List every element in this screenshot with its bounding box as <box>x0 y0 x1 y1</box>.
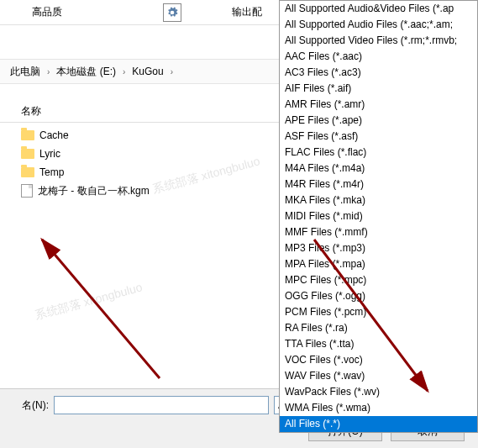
filter-option[interactable]: All Supported Audio&Video Files (*.ap <box>280 1 477 17</box>
filter-option[interactable]: AMR Files (*.amr) <box>280 97 477 113</box>
chevron-right-icon: › <box>123 67 125 76</box>
breadcrumb-item[interactable]: 此电脑 <box>7 63 44 81</box>
filter-dropdown[interactable]: All Supported Audio&Video Files (*.apAll… <box>279 0 478 433</box>
filter-option[interactable]: ASF Files (*.asf) <box>280 129 477 145</box>
filter-option[interactable]: All Files (*.*) <box>280 416 477 432</box>
breadcrumb-item[interactable]: 本地磁盘 (E:) <box>53 63 119 81</box>
filter-option[interactable]: M4A Files (*.m4a) <box>280 161 477 177</box>
filter-option[interactable]: RA Files (*.ra) <box>280 320 477 336</box>
filter-option[interactable]: MPC Files (*.mpc) <box>280 272 477 288</box>
filter-option[interactable]: TTA Files (*.tta) <box>280 336 477 352</box>
filter-option[interactable]: All Supported Video Files (*.rm;*.rmvb; <box>280 33 477 49</box>
output-label: 输出配 <box>232 5 262 19</box>
filename-label: 名(N): <box>7 398 49 413</box>
filter-option[interactable]: PCM Files (*.pcm) <box>280 304 477 320</box>
filter-option[interactable]: WavPack Files (*.wv) <box>280 384 477 400</box>
filter-option[interactable]: MMF Files (*.mmf) <box>280 224 477 240</box>
filter-option[interactable]: FLAC Files (*.flac) <box>280 145 477 161</box>
folder-icon <box>21 130 34 140</box>
breadcrumb-item[interactable]: KuGou <box>129 64 166 79</box>
folder-icon <box>21 167 34 177</box>
filter-option[interactable]: AAC Files (*.aac) <box>280 49 477 65</box>
filter-option[interactable]: All Supported Audio Files (*.aac;*.am; <box>280 17 477 33</box>
filter-option[interactable]: OGG Files (*.ogg) <box>280 288 477 304</box>
gear-icon[interactable] <box>163 3 181 22</box>
chevron-right-icon: › <box>47 67 50 76</box>
filter-option[interactable]: AC3 Files (*.ac3) <box>280 65 477 81</box>
filter-option[interactable]: APE Files (*.ape) <box>280 113 477 129</box>
filter-option[interactable]: MPA Files (*.mpa) <box>280 256 477 272</box>
filter-option[interactable]: AIF Files (*.aif) <box>280 81 477 97</box>
filter-option[interactable]: MKA Files (*.mka) <box>280 192 477 208</box>
filter-option[interactable]: MP3 Files (*.mp3) <box>280 240 477 256</box>
folder-icon <box>21 149 34 159</box>
quality-label: 高品质 <box>32 5 62 19</box>
filter-option[interactable]: MIDI Files (*.mid) <box>280 208 477 224</box>
filename-input[interactable] <box>54 396 269 414</box>
filter-option[interactable]: WMA Files (*.wma) <box>280 400 477 416</box>
chevron-right-icon: › <box>171 67 173 76</box>
filter-option[interactable]: M4R Files (*.m4r) <box>280 177 477 192</box>
filter-option[interactable]: VOC Files (*.voc) <box>280 352 477 368</box>
file-icon <box>21 184 33 198</box>
filter-option[interactable]: WAV Files (*.wav) <box>280 368 477 384</box>
